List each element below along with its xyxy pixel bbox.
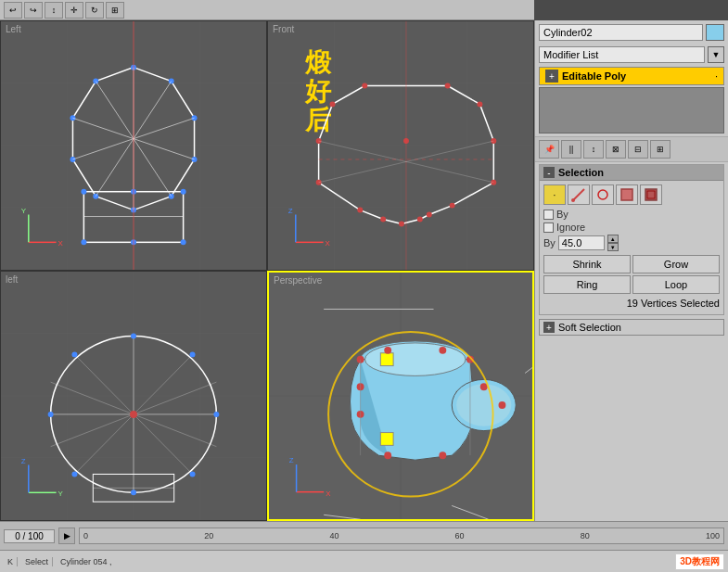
ring-loop-row: Ring Loop <box>543 275 720 294</box>
sel-icon-edge[interactable] <box>568 184 590 205</box>
ignore-checkbox[interactable] <box>543 222 554 233</box>
svg-line-122 <box>525 346 532 374</box>
brand-logo: 3D教程网 <box>675 553 724 570</box>
status-bar: K Select Cylinder 054 , 3D教程网 <box>0 550 728 572</box>
svg-text:X: X <box>58 239 64 248</box>
svg-rect-102 <box>380 433 393 446</box>
toolbar-select[interactable]: ↕ <box>45 2 63 19</box>
grow-button[interactable]: Grow <box>632 255 720 273</box>
viewport-bottom-left[interactable]: left Y Z <box>0 271 267 521</box>
editable-poly-options[interactable]: · <box>715 70 718 82</box>
svg-point-110 <box>384 347 391 354</box>
sel-icon-polygon[interactable] <box>616 184 638 205</box>
svg-point-83 <box>213 412 219 417</box>
toolbar-scale[interactable]: ⊞ <box>106 2 124 19</box>
svg-point-59 <box>362 83 367 89</box>
svg-point-28 <box>181 189 186 195</box>
play-button[interactable]: ▶ <box>58 528 75 544</box>
by-value-input[interactable] <box>558 235 605 250</box>
toolbar-undo[interactable]: ↩ <box>4 2 22 19</box>
modifier-stack-area <box>539 87 724 133</box>
toolbar-move[interactable]: ✛ <box>65 2 83 19</box>
svg-point-29 <box>81 239 86 245</box>
rp-tool-3[interactable]: ⊠ <box>606 140 626 159</box>
viewport-label-bottom-left: left <box>6 274 18 285</box>
object-name-input[interactable] <box>539 24 703 41</box>
wireframe-front: X Z <box>268 21 533 270</box>
editable-poly-plus[interactable]: + <box>545 70 558 83</box>
ignore-label: Ignore <box>556 222 585 233</box>
svg-point-126 <box>598 190 607 199</box>
rp-tool-2[interactable]: ↕ <box>583 140 604 159</box>
shrink-button[interactable]: Shrink <box>543 255 631 273</box>
by-checkbox[interactable] <box>543 210 554 220</box>
selection-panel-collapse[interactable]: - <box>543 167 555 178</box>
svg-point-57 <box>316 138 322 144</box>
svg-point-111 <box>439 347 446 354</box>
status-section-select: Select <box>21 557 53 566</box>
rp-tool-1[interactable]: || <box>561 140 581 159</box>
svg-point-125 <box>571 198 575 202</box>
wireframe-perspective: X Z <box>269 273 532 519</box>
timeline-track[interactable]: 0 20 40 60 80 100 <box>79 528 724 544</box>
tick-1: 20 <box>204 531 213 540</box>
loop-button[interactable]: Loop <box>632 275 720 294</box>
svg-text:Z: Z <box>288 207 293 215</box>
object-name-row <box>535 20 728 44</box>
status-section-info: Cylinder 054 , <box>57 557 671 566</box>
svg-point-51 <box>427 212 432 218</box>
svg-point-117 <box>499 401 506 409</box>
svg-point-86 <box>190 351 196 357</box>
toolbar-rotate[interactable]: ↻ <box>85 2 104 19</box>
by-value-spinner: ▲ ▼ <box>607 235 619 251</box>
soft-selection-label: Soft Selection <box>558 322 621 333</box>
svg-text:Z: Z <box>289 456 294 464</box>
tick-5: 100 <box>706 531 720 540</box>
sel-icon-element[interactable] <box>640 184 662 205</box>
tick-2: 40 <box>329 531 338 540</box>
soft-selection-row[interactable]: + Soft Selection <box>539 319 724 336</box>
viewport-top-right[interactable]: Front 煅好后 X Z <box>267 20 534 271</box>
status-section-k: K <box>4 557 18 566</box>
wireframe-top-left: X Y <box>1 21 266 270</box>
spinner-up[interactable]: ▲ <box>607 235 619 243</box>
frame-display: 0 / 100 <box>4 529 55 543</box>
svg-line-124 <box>324 515 360 519</box>
soft-selection-plus[interactable]: + <box>543 322 555 333</box>
spinner-down[interactable]: ▼ <box>607 243 619 251</box>
svg-text:X: X <box>326 239 331 248</box>
sel-icon-border[interactable] <box>592 184 614 205</box>
toolbar-redo[interactable]: ↪ <box>24 2 43 19</box>
svg-point-109 <box>439 451 446 459</box>
svg-point-53 <box>399 221 404 226</box>
tick-3: 60 <box>455 531 465 540</box>
svg-text:Y: Y <box>58 489 64 498</box>
viewport-label-top-left: Left <box>6 24 21 34</box>
rp-tool-pin[interactable]: 📌 <box>539 140 559 159</box>
selection-panel: - Selection · <box>539 164 724 315</box>
selection-panel-title: Selection <box>558 167 604 178</box>
svg-point-18 <box>70 157 75 162</box>
wireframe-left: Y Z <box>1 272 266 520</box>
svg-point-54 <box>380 217 386 222</box>
svg-point-85 <box>48 412 54 417</box>
editable-poly-label: Editable Poly <box>562 70 715 82</box>
rp-tool-4[interactable]: ⊟ <box>628 140 648 159</box>
svg-point-52 <box>417 217 423 222</box>
viewport-top-left[interactable]: Left X Y <box>0 20 267 271</box>
svg-text:Z: Z <box>21 457 26 465</box>
by-value-row: By ▲ ▼ <box>543 235 720 251</box>
svg-rect-101 <box>380 353 393 366</box>
tick-4: 80 <box>581 531 590 540</box>
rp-tool-5[interactable]: ⊞ <box>650 140 671 159</box>
object-color-swatch[interactable] <box>706 24 724 41</box>
sel-icon-vertex[interactable]: · <box>543 184 566 205</box>
svg-point-47 <box>477 101 482 107</box>
selection-status: 19 Vertices Selected <box>543 298 720 309</box>
svg-point-84 <box>131 489 136 495</box>
ring-button[interactable]: Ring <box>543 275 631 294</box>
viewport-perspective[interactable]: Perspective X Z <box>267 271 534 521</box>
modifier-list-dropdown[interactable]: ▼ <box>708 46 724 63</box>
svg-text:X: X <box>326 489 331 498</box>
editable-poly-row: + Editable Poly · <box>539 67 724 85</box>
